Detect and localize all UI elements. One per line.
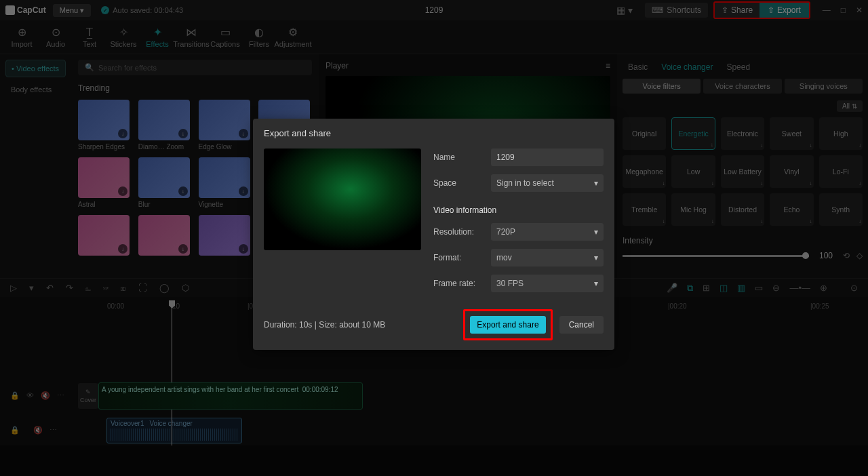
name-label: Name: [433, 153, 484, 162]
format-label: Format:: [433, 253, 484, 262]
framerate-label: Frame rate:: [433, 279, 484, 288]
chevron-down-icon: ▾: [594, 253, 598, 262]
export-and-share-button[interactable]: Export and share: [470, 316, 545, 334]
export-preview: [264, 148, 421, 250]
export-modal: Export and share Name Space Sign in to s…: [253, 119, 614, 350]
video-info-heading: Video information: [433, 205, 604, 215]
space-select[interactable]: Sign in to select▾: [491, 174, 604, 192]
chevron-down-icon: ▾: [594, 178, 598, 188]
format-select[interactable]: mov▾: [491, 249, 604, 266]
modal-title: Export and share: [264, 128, 604, 138]
chevron-down-icon: ▾: [594, 227, 598, 237]
space-label: Space: [433, 178, 484, 188]
resolution-label: Resolution:: [433, 227, 484, 237]
framerate-select[interactable]: 30 FPS▾: [491, 275, 604, 292]
chevron-down-icon: ▾: [594, 279, 598, 288]
cancel-button[interactable]: Cancel: [559, 316, 604, 334]
resolution-select[interactable]: 720P▾: [491, 223, 604, 241]
duration-info: Duration: 10s | Size: about 10 MB: [264, 320, 385, 330]
name-input[interactable]: [491, 148, 604, 166]
